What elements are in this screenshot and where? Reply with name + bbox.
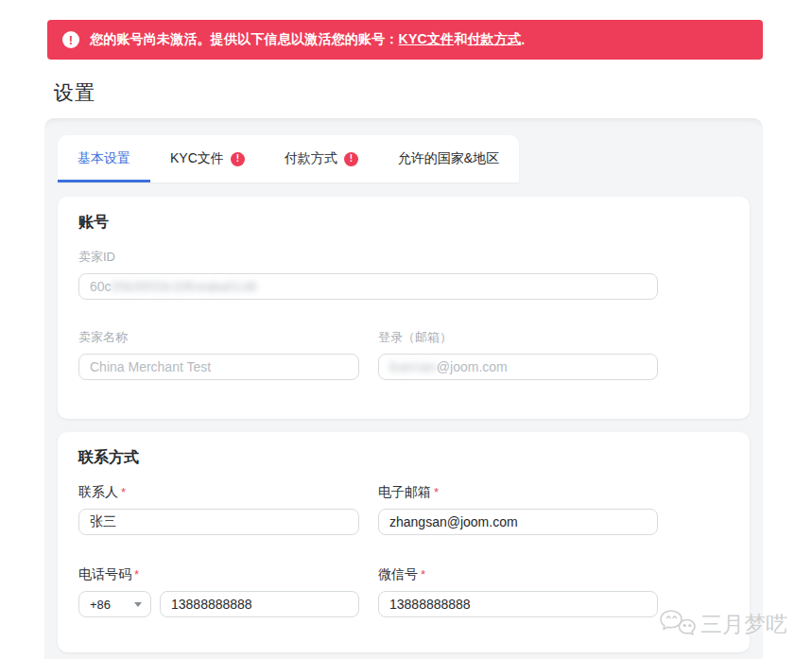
- tab-payment-method[interactable]: 付款方式 !: [265, 135, 378, 182]
- seller-name-field: China Merchant Test: [78, 354, 359, 380]
- chevron-down-icon: [134, 602, 142, 607]
- tab-label: KYC文件: [170, 150, 224, 167]
- watermark-text: 三月梦呓: [700, 610, 787, 639]
- seller-id-visible: 60c: [90, 279, 112, 294]
- payment-method-link[interactable]: 付款方式: [467, 31, 521, 48]
- tab-basic-settings[interactable]: 基本设置: [58, 135, 150, 182]
- phone-country-code: +86: [90, 598, 111, 612]
- label-text: 联系人: [78, 484, 118, 499]
- alert-message: 您的账号尚未激活。提供以下信息以激活您的账号：: [90, 31, 399, 48]
- settings-panel: 基本设置 KYC文件 ! 付款方式 ! 允许的国家&地区 账号 卖家ID 60c…: [44, 118, 763, 659]
- seller-id-field: 60c05b35f33c33fceaba5148: [78, 273, 658, 300]
- login-email-domain: @joom.com: [437, 359, 508, 374]
- required-mark: *: [434, 485, 439, 499]
- contact-section: 联系方式 联系人* 电子邮箱*: [58, 432, 750, 652]
- seller-id-redacted: 05b35f33c33fceaba5148: [112, 279, 257, 294]
- settings-tab-bar: 基本设置 KYC文件 ! 付款方式 ! 允许的国家&地区: [58, 135, 519, 182]
- contact-heading: 联系方式: [78, 448, 729, 468]
- phone-number-input[interactable]: [160, 591, 359, 617]
- contact-email-label: 电子邮箱*: [378, 484, 658, 501]
- contact-email-input[interactable]: [378, 509, 658, 535]
- contact-person-label: 联系人*: [78, 484, 359, 501]
- label-text: 电话号码: [78, 566, 131, 581]
- login-email-redacted: liuernan: [389, 359, 437, 374]
- account-not-activated-alert: ! 您的账号尚未激活。提供以下信息以激活您的账号： KYC文件 和 付款方式 .: [47, 20, 763, 60]
- kyc-files-link[interactable]: KYC文件: [399, 31, 455, 48]
- seller-id-label: 卖家ID: [78, 249, 658, 266]
- phone-number-label: 电话号码*: [78, 566, 359, 583]
- alert-badge-icon: !: [344, 152, 358, 166]
- watermark: 三月梦呓: [658, 607, 787, 641]
- wechat-id-label: 微信号*: [378, 566, 658, 583]
- tab-label: 允许的国家&地区: [398, 150, 499, 167]
- phone-country-select[interactable]: +86: [78, 591, 151, 617]
- login-email-field: liuernan@joom.com: [378, 354, 658, 380]
- required-mark: *: [121, 485, 126, 499]
- label-text: 电子邮箱: [378, 484, 431, 499]
- account-heading: 账号: [78, 213, 729, 233]
- page-title: 设置: [54, 79, 95, 106]
- label-text: 微信号: [378, 566, 418, 581]
- required-mark: *: [421, 567, 425, 581]
- seller-name-label: 卖家名称: [78, 329, 359, 346]
- tab-allowed-countries[interactable]: 允许的国家&地区: [378, 135, 519, 182]
- tab-kyc-files[interactable]: KYC文件 !: [150, 135, 265, 182]
- alert-badge-icon: !: [231, 152, 245, 166]
- account-section: 账号 卖家ID 60c05b35f33c33fceaba5148 卖家名称 Ch…: [58, 197, 750, 419]
- alert-conjunction: 和: [454, 31, 467, 48]
- seller-name-value: China Merchant Test: [90, 359, 211, 374]
- wechat-id-input[interactable]: [378, 591, 658, 617]
- contact-person-input[interactable]: [78, 509, 359, 535]
- tab-label: 基本设置: [78, 150, 130, 167]
- required-mark: *: [134, 567, 139, 581]
- alert-period: .: [521, 32, 525, 47]
- wechat-icon: [658, 607, 698, 641]
- tab-label: 付款方式: [285, 150, 337, 167]
- login-email-label: 登录（邮箱）: [378, 329, 658, 346]
- alert-exclamation-icon: !: [62, 31, 79, 48]
